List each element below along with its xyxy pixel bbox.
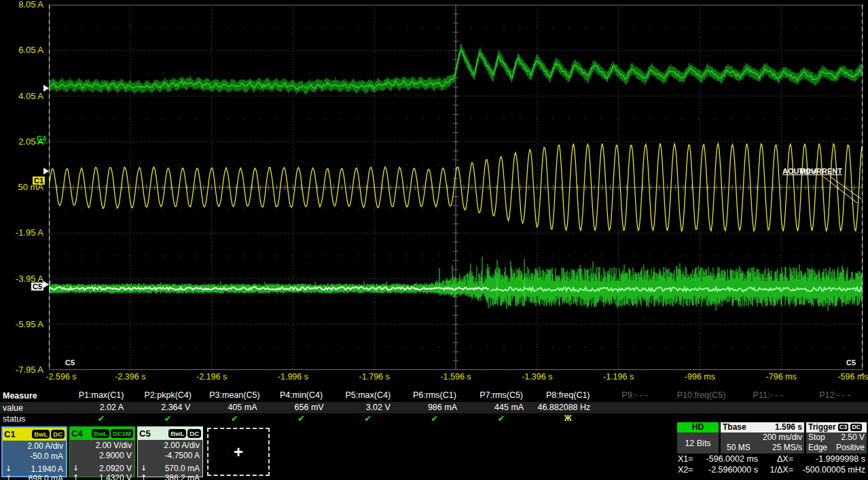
channel-id-label: C5 (139, 428, 151, 439)
acquisition-mode-box[interactable]: HD 12 Bits (677, 422, 719, 454)
channel-badge-bwl: BwL (32, 430, 50, 439)
timebase-delay-value: 1.596 s (746, 422, 802, 432)
measure-header[interactable]: P10:freq(C5) (668, 390, 735, 400)
measure-header[interactable]: P7:rms(C5) (468, 390, 535, 400)
measure-header[interactable]: P5:max(C4) (335, 390, 401, 400)
grid-trace-label-left: C5 (65, 358, 75, 367)
measure-value: 986 mA (401, 403, 457, 412)
channel-id-label: C4 (71, 428, 83, 439)
measure-header[interactable]: P12:- - - (801, 390, 868, 400)
timebase-sample-rate: 25 MS/s (751, 443, 802, 453)
measure-header[interactable]: P1:max(C1) (68, 390, 134, 400)
cursor-up-icon: ↑ (73, 473, 79, 480)
trigger-coupling-badge: DC (850, 424, 862, 431)
time-axis-label: -1.396 s (522, 372, 552, 382)
trigger-source-badge: C3 (838, 424, 849, 431)
timebase-label: Tbase (723, 422, 746, 432)
trigger-box[interactable]: Trigger C3 DC Stop 2.50 V Edge Positive (806, 422, 867, 454)
cursor-readout: X1= -596.0002 ms ΔX= -1.9999998 s X2= -2… (678, 454, 865, 475)
time-axis-label: -1.996 s (278, 372, 308, 382)
channel-offset-value: -50.0 mA (5, 451, 63, 462)
timebase-box[interactable]: Tbase 1.596 s 200 ms/div 50 MS 25 MS/s (721, 422, 804, 454)
trace-position-arrow[interactable] (43, 281, 49, 288)
invdx-label: 1/ΔX= (758, 464, 793, 475)
timebase-per-div: 200 ms/div (723, 432, 802, 443)
trigger-slope: Positive (827, 443, 865, 453)
measure-value: 405 mA (201, 403, 257, 412)
time-axis-label: -2.596 s (46, 372, 76, 382)
measure-value: 46.882088 Hz (535, 403, 590, 412)
measure-header[interactable]: P6:rms(C1) (401, 390, 468, 400)
status-ok-icon: ✔ (335, 413, 401, 424)
channel-badge-dc1m: DC1M (111, 429, 133, 438)
trace-annotation-label[interactable]: MCURRENT (799, 167, 842, 175)
status-ok-icon: ✔ (468, 413, 535, 424)
time-axis-label: -2.196 s (196, 372, 227, 382)
cursor-down-icon: ↓ (5, 464, 12, 474)
cursor-up-value: 698.0 mA (12, 474, 63, 480)
measure-header[interactable]: P11:- - - (735, 390, 801, 400)
oscilloscope-screen: 8.05 A6.05 A4.05 A2.05 A50 mA-1.95 A-3.9… (0, 0, 868, 480)
time-axis-label: -996 ms (685, 372, 715, 382)
trace-position-arrow[interactable] (43, 85, 49, 92)
status-ok-icon: ✔ (68, 413, 134, 424)
measure-header[interactable]: P3:mean(C5) (201, 390, 268, 400)
measure-header[interactable]: P9:- - - (601, 390, 668, 400)
trigger-mode: Stop (808, 432, 825, 443)
channel-tag-c4[interactable]: C4 (35, 134, 48, 143)
trace-position-arrow[interactable] (43, 168, 49, 174)
time-axis-label: -1.796 s (359, 372, 390, 382)
channel-badge-bwl: BwL (92, 429, 109, 438)
waveform-display-area[interactable]: 8.05 A6.05 A4.05 A2.05 A50 mA-1.95 A-3.9… (0, 0, 868, 386)
measure-header[interactable]: P8:freq(C1) (535, 390, 601, 400)
measure-header[interactable]: P4:min(C4) (268, 390, 335, 400)
measure-value: 2.02 A (68, 403, 124, 412)
invdx-value: -500.00005 mHz (793, 464, 865, 475)
y-axis-label: -5.95 A (0, 319, 43, 329)
trigger-level: 2.50 V (825, 432, 865, 443)
channel-scale-value: 2.00 A/div (5, 441, 63, 451)
time-axis-label: -796 ms (766, 372, 797, 382)
cursor-down-icon: ↓ (141, 464, 147, 473)
y-axis-label: 6.05 A (0, 45, 43, 55)
status-ok-icon: ✔ (268, 413, 335, 424)
dx-label: ΔX= (758, 454, 793, 464)
cursor-up-value: 386.2 mA (147, 473, 200, 480)
measure-status-row-label: status (3, 414, 25, 424)
channel-offset-value: -4.7500 A (141, 451, 200, 461)
channel-tag-c1[interactable]: C1 (33, 177, 45, 185)
time-axis-label: -2.396 s (115, 372, 145, 382)
y-axis-label: 4.05 A (0, 91, 43, 101)
measure-value-row-label: value (3, 403, 23, 413)
waveform-grid (49, 5, 863, 370)
status-warn-icon: Ж (535, 413, 601, 423)
x2-label: X2= (678, 464, 701, 475)
time-axis-label: -1.596 s (440, 372, 471, 382)
channel-id-label: C1 (4, 429, 16, 439)
channel-scale-value: 2.00 A/div (141, 441, 200, 451)
measure-value: 2.364 V (134, 403, 190, 412)
channel-badge-dc: DC (51, 430, 65, 439)
add-channel-button[interactable]: + (207, 428, 270, 476)
grid-trace-label-right: C5 (846, 358, 856, 367)
x1-value: -596.0002 ms (701, 454, 758, 464)
channel-box-c4[interactable]: C4BwLDC1M2.00 V/div2.9000 V↓2.0920 V↑1.4… (69, 426, 135, 477)
trigger-label: Trigger (808, 422, 836, 432)
cursor-up-icon: ↑ (5, 474, 12, 480)
measure-header[interactable]: P2:pkpk(C4) (134, 390, 201, 400)
plus-icon: + (234, 443, 243, 462)
channel-descriptor-boxes: C1BwLDC2.00 A/div-50.0 mA↓1.1940 A↑698.0… (1, 426, 203, 477)
channel-tag-c5[interactable]: C5 (31, 282, 43, 291)
x1-label: X1= (678, 454, 701, 464)
x2-value: -2.5960000 s (701, 464, 758, 475)
channel-box-c1[interactable]: C1BwLDC2.00 A/div-50.0 mA↓1.1940 A↑698.0… (1, 426, 67, 477)
hd-mode-label: HD (677, 422, 719, 432)
hd-bits-value: 12 Bits (677, 432, 719, 454)
cursor-up-value: 1.4320 V (79, 473, 132, 480)
y-axis-label: -7.95 A (0, 365, 43, 375)
measure-value: 445 mA (468, 403, 524, 412)
cursor-down-value: 2.0920 V (79, 464, 132, 473)
channel-box-c5[interactable]: C5BwLDC2.00 A/div-4.7500 A↓570.0 mA↑386.… (137, 426, 203, 477)
time-axis-label: -1.196 s (603, 372, 634, 382)
cursor-down-value: 1.1940 A (12, 464, 63, 474)
